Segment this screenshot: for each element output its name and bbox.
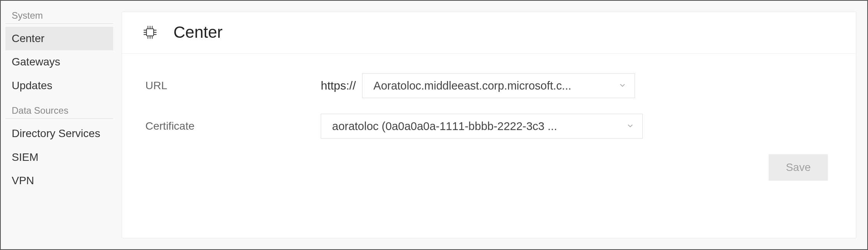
save-button[interactable]: Save: [769, 154, 828, 181]
url-control-wrap: https:// Aoratoloc.middleeast.corp.micro…: [321, 73, 635, 98]
chevron-down-icon: [618, 79, 627, 92]
sidebar-section-data-sources: Data Sources: [5, 104, 113, 119]
chevron-down-icon: [626, 120, 635, 133]
sidebar-item-siem[interactable]: SIEM: [5, 146, 113, 169]
form-row-certificate: Certificate aoratoloc (0a0a0a0a-1111-bbb…: [145, 114, 833, 139]
sidebar-item-vpn[interactable]: VPN: [5, 169, 113, 192]
main-header: Center: [122, 12, 856, 54]
main-panel: Center URL https:// Aoratoloc.middleeast…: [122, 12, 856, 238]
url-select[interactable]: Aoratoloc.middleeast.corp.microsoft.c...: [362, 73, 635, 98]
certificate-label: Certificate: [145, 120, 321, 132]
sidebar-item-updates[interactable]: Updates: [5, 74, 113, 97]
main-body: URL https:// Aoratoloc.middleeast.corp.m…: [122, 54, 856, 238]
sidebar-section-system: System: [5, 9, 113, 24]
certificate-select[interactable]: aoratoloc (0a0a0a0a-1111-bbbb-2222-3c3 .…: [321, 114, 643, 139]
chip-icon: [141, 23, 159, 42]
sidebar-item-directory-services[interactable]: Directory Services: [5, 122, 113, 145]
url-select-value: Aoratoloc.middleeast.corp.microsoft.c...: [373, 79, 571, 92]
page-title: Center: [173, 23, 223, 42]
url-label: URL: [145, 79, 321, 92]
sidebar-item-gateways[interactable]: Gateways: [5, 50, 113, 74]
sidebar: System Center Gateways Updates Data Sour…: [1, 1, 118, 249]
certificate-control-wrap: aoratoloc (0a0a0a0a-1111-bbbb-2222-3c3 .…: [321, 114, 643, 139]
save-row: Save: [145, 154, 833, 181]
form-row-url: URL https:// Aoratoloc.middleeast.corp.m…: [145, 73, 833, 98]
url-prefix: https://: [321, 79, 356, 92]
certificate-select-value: aoratoloc (0a0a0a0a-1111-bbbb-2222-3c3 .…: [332, 120, 557, 133]
svg-rect-0: [147, 29, 154, 36]
sidebar-item-center[interactable]: Center: [5, 27, 113, 50]
